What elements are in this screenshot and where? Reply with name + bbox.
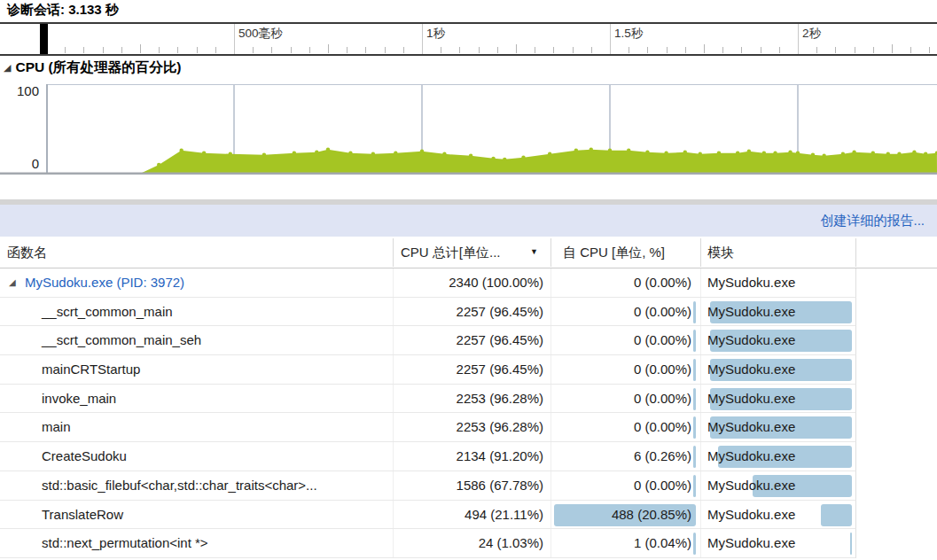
column-separator[interactable] xyxy=(855,238,856,267)
self-cpu-value: 0 (0.00%) xyxy=(634,268,691,296)
self-cpu-bar xyxy=(693,388,697,410)
row-column-separator xyxy=(700,326,701,354)
module-name: MySudoku.exe xyxy=(707,442,795,470)
table-row[interactable]: main2253 (96.28%)0 (0.00%)MySudoku.exe xyxy=(0,413,856,442)
ruler-tick xyxy=(121,47,122,53)
function-name[interactable]: mainCRTStartup xyxy=(42,355,140,383)
timeline-position-marker[interactable] xyxy=(40,24,48,54)
self-cpu-bar xyxy=(693,533,697,555)
cpu-usage-chart[interactable] xyxy=(0,84,937,175)
data-point-dot xyxy=(699,152,702,156)
row-column-separator xyxy=(393,501,394,529)
self-cpu-bar xyxy=(693,446,697,468)
function-name[interactable]: std::next_permutation<int *> xyxy=(42,529,208,556)
self-cpu-value: 1 (0.04%) xyxy=(634,529,691,556)
total-cpu-value: 2257 (96.45%) xyxy=(457,326,543,354)
ruler-time-label: 500毫秒 xyxy=(238,26,283,42)
data-point-dot xyxy=(747,150,751,153)
ruler-tick xyxy=(140,44,141,53)
data-point-dot xyxy=(811,153,815,157)
column-header-function[interactable]: 函数名 xyxy=(7,237,47,268)
function-name[interactable]: __scrt_common_main_seh xyxy=(42,326,201,354)
ruler-tick xyxy=(685,47,686,53)
create-detailed-report-link[interactable]: 创建详细的报告... xyxy=(820,205,925,237)
data-point-dot xyxy=(574,149,578,152)
ruler-tick xyxy=(779,47,780,53)
column-header-self-cpu[interactable]: 自 CPU [单位, %] xyxy=(563,237,665,268)
cpu-section-header[interactable]: ◢CPU (所有处理器的百分比) xyxy=(4,58,181,78)
total-cpu-value: 494 (21.11%) xyxy=(465,501,543,528)
ruler-tick xyxy=(197,47,198,53)
data-point-dot xyxy=(608,149,612,152)
ruler-tick xyxy=(103,47,104,53)
data-point-dot xyxy=(924,152,927,156)
column-separator[interactable] xyxy=(393,238,394,267)
row-column-separator xyxy=(393,413,394,441)
table-row[interactable]: TranslateRow494 (21.11%)488 (20.85%)MySu… xyxy=(0,501,856,530)
function-name[interactable]: __scrt_common_main xyxy=(42,298,173,325)
ruler-tick xyxy=(929,47,930,53)
row-column-separator xyxy=(393,268,394,297)
function-name[interactable]: main xyxy=(42,413,71,440)
ruler-tick xyxy=(761,47,761,53)
function-name[interactable]: invoke_main xyxy=(42,385,116,412)
ruler-tick xyxy=(479,47,480,53)
data-point-dot xyxy=(326,148,330,152)
function-name[interactable]: std::basic_filebuf<char,std::char_traits… xyxy=(42,471,317,499)
diagnostics-session-panel: 诊断会话: 3.133 秒 500毫秒1秒1.5秒2秒 ◢CPU (所有处理器的… xyxy=(0,0,937,560)
column-header-module[interactable]: 模块 xyxy=(707,237,734,268)
table-row[interactable]: std::next_permutation<int *>24 (1.03%)1 … xyxy=(0,529,856,558)
ruler-tick xyxy=(704,44,705,53)
table-row[interactable]: __scrt_common_main2257 (96.45%)0 (0.00%)… xyxy=(0,298,856,327)
column-header-total-cpu[interactable]: CPU 总计[单位... xyxy=(401,237,501,268)
total-cpu-bar xyxy=(850,533,852,555)
table-row[interactable]: ◢MySudoku.exe (PID: 3972)2340 (100.00%)0… xyxy=(0,268,856,298)
row-column-separator xyxy=(393,471,394,500)
total-cpu-value: 1586 (67.78%) xyxy=(457,471,543,499)
table-row[interactable]: invoke_main2253 (96.28%)0 (0.00%)MySudok… xyxy=(0,385,856,414)
ruler-tick xyxy=(816,47,817,53)
row-column-separator xyxy=(700,529,701,557)
row-column-separator xyxy=(700,442,701,471)
self-cpu-value: 0 (0.00%) xyxy=(634,326,691,354)
module-name: MySudoku.exe xyxy=(707,385,795,412)
data-point-dot xyxy=(897,152,901,156)
ruler-tick xyxy=(497,47,498,53)
expand-node-icon[interactable]: ◢ xyxy=(9,268,16,296)
row-column-separator xyxy=(700,413,701,441)
total-cpu-value: 2134 (91.20%) xyxy=(457,442,543,470)
row-column-separator xyxy=(393,442,394,471)
module-name: MySudoku.exe xyxy=(707,529,795,556)
column-separator[interactable] xyxy=(550,238,551,267)
function-name[interactable]: TranslateRow xyxy=(42,501,123,528)
data-point-dot xyxy=(420,150,424,153)
column-separator[interactable] xyxy=(700,238,701,267)
data-point-dot xyxy=(469,154,472,158)
ruler-tick xyxy=(441,47,441,53)
ruler-tick xyxy=(516,44,517,53)
ruler-tick xyxy=(271,47,272,53)
timeline-ruler[interactable]: 500毫秒1秒1.5秒2秒 xyxy=(0,24,937,54)
ruler-tick xyxy=(291,47,292,53)
session-duration-label: 诊断会话: 3.133 秒 xyxy=(7,2,119,19)
ruler-tick xyxy=(573,47,574,53)
data-point-dot xyxy=(852,151,855,154)
row-column-separator xyxy=(700,471,701,500)
ruler-tick xyxy=(328,44,329,53)
table-row[interactable]: std::basic_filebuf<char,std::char_traits… xyxy=(0,471,856,501)
table-row[interactable]: mainCRTStartup2257 (96.45%)0 (0.00%)MySu… xyxy=(0,355,856,385)
table-row[interactable]: __scrt_common_main_seh2257 (96.45%)0 (0.… xyxy=(0,326,856,355)
module-name: MySudoku.exe xyxy=(707,355,795,383)
ruler-tick xyxy=(347,47,347,53)
data-point-dot xyxy=(886,152,890,156)
data-point-dot xyxy=(503,158,506,161)
function-name[interactable]: CreateSudoku xyxy=(42,442,127,470)
self-cpu-value: 488 (20.85%) xyxy=(612,501,691,528)
report-toolbar: 创建详细的报告... xyxy=(0,205,937,237)
row-column-separator xyxy=(393,298,394,326)
row-column-separator xyxy=(700,355,701,384)
table-row[interactable]: CreateSudoku2134 (91.20%)6 (0.26%)MySudo… xyxy=(0,442,856,471)
function-name[interactable]: MySudoku.exe (PID: 3972) xyxy=(25,268,184,296)
ruler-gridline xyxy=(610,24,611,54)
ruler-tick xyxy=(741,47,742,53)
